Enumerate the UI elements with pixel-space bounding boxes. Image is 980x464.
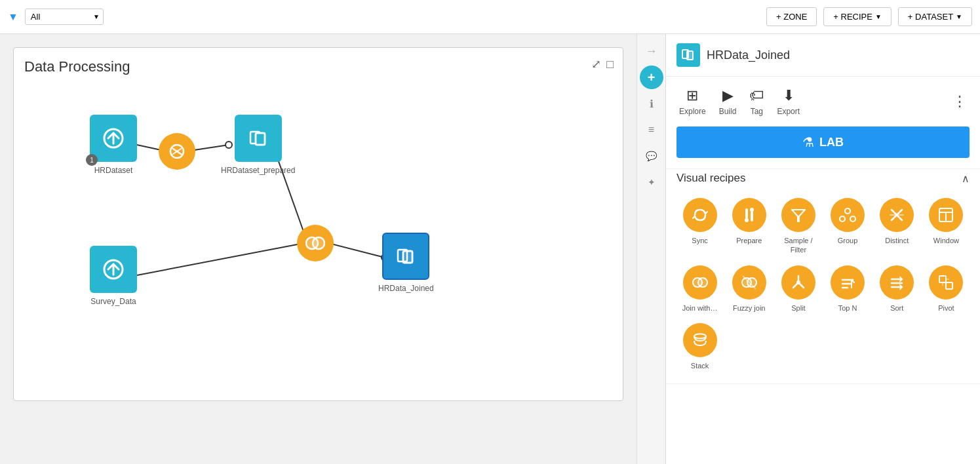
recipe-sort[interactable]: Sort bbox=[874, 263, 920, 315]
sample-filter-label: Sample / Filter bbox=[777, 236, 819, 255]
window-icon bbox=[929, 198, 963, 232]
svg-rect-51 bbox=[946, 282, 952, 289]
recipe-button[interactable]: + RECIPE ▼ bbox=[823, 7, 892, 26]
sort-label: Sort bbox=[890, 303, 903, 313]
svg-line-3 bbox=[137, 242, 307, 275]
panel-header: HRData_Joined bbox=[666, 34, 980, 77]
fuzzy-join-icon bbox=[732, 265, 766, 300]
tag-button[interactable]: 🏷 Tag bbox=[749, 87, 764, 116]
recipe-stack[interactable]: Stack bbox=[676, 320, 723, 373]
recipes-title: Visual recipes bbox=[676, 172, 746, 185]
right-sidebar: HRData_Joined ⊞ Explore ▶ Build 🏷 Tag ⬇ … bbox=[665, 34, 980, 464]
sort-icon bbox=[880, 265, 914, 300]
svg-rect-15 bbox=[256, 133, 265, 145]
add-icon-btn[interactable]: + bbox=[640, 66, 663, 89]
lab-button[interactable]: ⚗ LAB bbox=[676, 126, 970, 158]
chat-icon-btn[interactable]: 💬 bbox=[640, 144, 663, 168]
svg-point-39 bbox=[698, 278, 707, 287]
prepare-recipe-box bbox=[159, 133, 195, 170]
export-icon: ⬇ bbox=[783, 87, 794, 104]
hrdataset-badge: 1 bbox=[86, 154, 98, 166]
recipes-header: Visual recipes ∧ bbox=[676, 169, 970, 185]
svg-point-54 bbox=[694, 334, 706, 338]
tag-icon: 🏷 bbox=[749, 87, 764, 104]
hrdataset-box: 1 bbox=[90, 115, 137, 162]
node-prepare-recipe[interactable] bbox=[159, 133, 195, 170]
export-button[interactable]: ⬇ Export bbox=[777, 87, 800, 116]
sync-icon bbox=[683, 198, 717, 232]
hrdataset-prepared-box bbox=[235, 115, 282, 162]
survey-data-box bbox=[90, 246, 137, 293]
list-icon-btn[interactable]: ≡ bbox=[640, 118, 663, 142]
star-icon-btn[interactable]: ✦ bbox=[640, 170, 663, 194]
recipe-dropdown-arrow: ▼ bbox=[875, 13, 882, 20]
distinct-icon bbox=[880, 198, 914, 232]
stack-icon bbox=[683, 323, 717, 357]
top-n-icon bbox=[831, 265, 865, 300]
explore-icon: ⊞ bbox=[686, 87, 698, 104]
dataset-button[interactable]: + DATASET ▼ bbox=[898, 7, 972, 26]
zone-controls: ⤢ □ bbox=[591, 57, 614, 71]
zone-title: Data Processing bbox=[24, 58, 612, 75]
node-join-recipe[interactable] bbox=[297, 225, 334, 261]
group-icon bbox=[831, 198, 865, 232]
svg-line-4 bbox=[326, 242, 385, 258]
dataset-dropdown-arrow: ▼ bbox=[956, 13, 962, 20]
build-icon: ▶ bbox=[722, 87, 734, 104]
stack-label: Stack bbox=[691, 361, 709, 370]
collapse-recipes-button[interactable]: ∧ bbox=[962, 172, 970, 185]
window-button[interactable]: □ bbox=[606, 57, 614, 71]
build-button[interactable]: ▶ Build bbox=[719, 87, 737, 116]
node-survey-data[interactable]: Survey_Data bbox=[90, 246, 137, 306]
recipe-sample-filter[interactable]: Sample / Filter bbox=[775, 195, 821, 258]
split-label: Split bbox=[791, 303, 805, 313]
recipe-join[interactable]: Join with… bbox=[676, 263, 723, 315]
panel-header-icon bbox=[676, 43, 700, 67]
recipe-group[interactable]: Group bbox=[824, 195, 871, 258]
recipe-split[interactable]: Split bbox=[775, 263, 821, 315]
filter-wrapper: All bbox=[25, 9, 104, 25]
join-icon bbox=[683, 265, 717, 300]
recipe-window[interactable]: Window bbox=[923, 195, 970, 258]
recipe-fuzzy-join[interactable]: Fuzzy join bbox=[726, 263, 772, 315]
svg-point-31 bbox=[850, 216, 855, 222]
filter-icon: ▼ bbox=[8, 11, 18, 23]
recipe-pivot[interactable]: Pivot bbox=[923, 263, 970, 315]
svg-rect-50 bbox=[939, 276, 946, 282]
prepare-icon bbox=[732, 198, 766, 232]
info-icon-btn[interactable]: ℹ bbox=[640, 92, 663, 115]
window-label: Window bbox=[933, 236, 959, 245]
svg-point-43 bbox=[796, 280, 800, 284]
svg-point-29 bbox=[845, 208, 850, 214]
svg-rect-24 bbox=[687, 51, 693, 60]
survey-data-label: Survey_Data bbox=[90, 297, 136, 306]
join-label: Join with… bbox=[682, 303, 718, 313]
svg-rect-25 bbox=[745, 208, 748, 219]
recipes-section: Visual recipes ∧ Sync Prepare bbox=[666, 169, 980, 383]
svg-point-27 bbox=[745, 218, 749, 222]
recipe-prepare[interactable]: Prepare bbox=[726, 195, 772, 258]
main-content: Data Processing ⤢ □ bbox=[0, 34, 980, 464]
more-button[interactable]: ⋮ bbox=[952, 93, 967, 110]
hrdataset-label: HRDataset bbox=[94, 166, 133, 175]
flow-diagram: 1 HRDataset HRDataset_prepared bbox=[24, 82, 612, 390]
explore-button[interactable]: ⊞ Explore bbox=[679, 87, 706, 116]
recipe-sync[interactable]: Sync bbox=[676, 195, 723, 258]
group-label: Group bbox=[838, 236, 858, 245]
sync-label: Sync bbox=[692, 236, 707, 245]
svg-point-30 bbox=[840, 216, 845, 222]
node-hrdata-joined[interactable]: HRData_Joined bbox=[378, 233, 434, 293]
recipe-distinct[interactable]: Distinct bbox=[874, 195, 920, 258]
filter-select[interactable]: All bbox=[25, 9, 104, 25]
canvas-area: Data Processing ⤢ □ bbox=[0, 34, 637, 464]
hrdata-joined-box bbox=[382, 233, 429, 280]
recipe-grid: Sync Prepare Sample / Filter bbox=[676, 195, 970, 373]
recipe-top-n[interactable]: Top N bbox=[824, 263, 871, 315]
expand-button[interactable]: ⤢ bbox=[591, 57, 601, 71]
pivot-icon bbox=[929, 265, 963, 300]
arrow-icon-btn[interactable]: → bbox=[640, 39, 663, 63]
node-hrdataset[interactable]: 1 HRDataset bbox=[90, 115, 137, 175]
zone-button[interactable]: + ZONE bbox=[766, 7, 817, 26]
node-hrdataset-prepared[interactable]: HRDataset_prepared bbox=[221, 115, 295, 175]
sample-filter-icon bbox=[781, 198, 815, 232]
